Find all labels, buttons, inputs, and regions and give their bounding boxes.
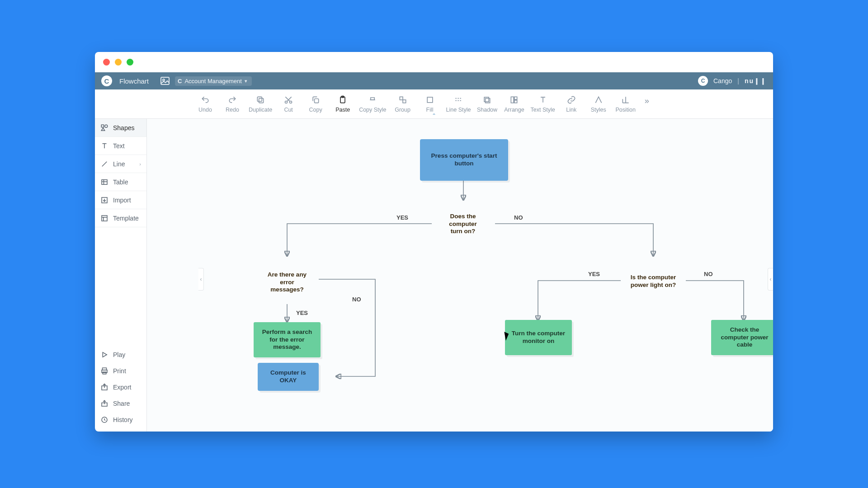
styles-button[interactable]: Styles — [588, 95, 609, 113]
toolbar: Undo Redo Duplicate Cut Copy Paste Copy … — [95, 89, 773, 119]
flow-node-error-messages[interactable]: Are there any error messages? — [259, 254, 315, 310]
chevron-right-icon: › — [139, 161, 141, 167]
toolbar-collapse-icon[interactable]: ⌃ — [432, 113, 436, 119]
sidebar-item-print[interactable]: Print — [95, 363, 146, 379]
cut-button[interactable]: Cut — [278, 95, 299, 113]
edge-label: YES — [296, 310, 308, 316]
app-logo-icon[interactable]: C — [101, 75, 112, 86]
project-selector[interactable]: C Account Management ▾ — [175, 76, 252, 86]
svg-rect-21 — [102, 216, 107, 221]
flowchart-canvas[interactable]: ‹ ‹ — [147, 119, 773, 432]
line-style-button[interactable]: Line Style — [446, 95, 471, 113]
svg-rect-16 — [514, 100, 517, 103]
sidebar-item-line[interactable]: Line › — [95, 155, 146, 173]
fill-button[interactable]: Fill — [419, 95, 441, 113]
project-name: Account Management — [184, 78, 241, 84]
edge-label: YES — [588, 271, 600, 277]
svg-rect-3 — [257, 97, 262, 101]
paste-button[interactable]: Paste — [332, 95, 354, 113]
flow-node-turn-on[interactable]: Does the computer turn on? — [438, 199, 488, 249]
sidebar: Shapes Text Line › Table Import — [95, 119, 147, 432]
svg-rect-11 — [427, 97, 433, 103]
svg-rect-14 — [511, 97, 514, 103]
svg-rect-6 — [315, 99, 319, 103]
edge-label: NO — [514, 214, 523, 221]
flow-node-monitor-on[interactable]: Turn the computer monitor on — [505, 320, 572, 355]
text-style-button[interactable]: Text Style — [530, 95, 555, 113]
svg-rect-15 — [514, 97, 517, 99]
position-button[interactable]: Position — [615, 95, 637, 113]
close-icon[interactable] — [103, 59, 110, 66]
edge-label: NO — [352, 296, 361, 303]
svg-rect-17 — [101, 125, 104, 127]
user-name: Cango — [713, 77, 732, 84]
duplicate-button[interactable]: Duplicate — [249, 95, 272, 113]
svg-rect-13 — [486, 98, 490, 103]
user-avatar-icon[interactable]: C — [698, 76, 708, 86]
sidebar-item-table[interactable]: Table — [95, 173, 146, 191]
picture-icon[interactable] — [160, 75, 170, 86]
toolbar-overflow-icon[interactable]: » — [642, 96, 649, 106]
link-button[interactable]: Link — [561, 95, 582, 113]
svg-rect-10 — [403, 100, 406, 103]
chevron-down-icon: ▾ — [245, 78, 247, 84]
app-window: C Flowchart C Account Management ▾ C Can… — [95, 52, 773, 432]
svg-rect-9 — [400, 97, 403, 100]
undo-button[interactable]: Undo — [194, 95, 216, 113]
header-bar: C Flowchart C Account Management ▾ C Can… — [95, 72, 773, 89]
sidebar-item-export[interactable]: Export — [95, 379, 146, 395]
sidebar-item-text[interactable]: Text — [95, 137, 146, 155]
svg-point-1 — [163, 79, 165, 81]
flow-node-search-error[interactable]: Perform a search for the error message. — [254, 322, 321, 357]
sidebar-item-play[interactable]: Play — [95, 347, 146, 363]
arrange-button[interactable]: Arrange — [503, 95, 525, 113]
flow-node-check-cable[interactable]: Check the computer power cable — [711, 320, 773, 355]
brand-label: nu❙❙ — [745, 77, 767, 84]
separator: | — [737, 77, 739, 84]
flow-node-power-light[interactable]: Is the computer power light on? — [625, 253, 681, 310]
mac-titlebar — [95, 52, 773, 72]
sidebar-item-share[interactable]: Share — [95, 395, 146, 412]
redo-button[interactable]: Redo — [222, 95, 243, 113]
flow-node-start[interactable]: Press computer's start button — [420, 139, 508, 181]
minimize-icon[interactable] — [115, 59, 122, 66]
app-title: Flowchart — [119, 77, 149, 85]
shadow-button[interactable]: Shadow — [476, 95, 498, 113]
group-button[interactable]: Group — [392, 95, 414, 113]
copy-style-button[interactable]: Copy Style — [359, 95, 386, 113]
sidebar-item-import[interactable]: Import — [95, 191, 146, 209]
flow-node-ok[interactable]: Computer is OKAY — [258, 363, 319, 391]
sidebar-item-history[interactable]: History — [95, 412, 146, 428]
svg-rect-2 — [259, 98, 264, 103]
copy-button[interactable]: Copy — [305, 95, 326, 113]
edge-label: YES — [396, 214, 408, 221]
sidebar-item-shapes[interactable]: Shapes — [95, 119, 146, 137]
maximize-icon[interactable] — [127, 59, 133, 66]
svg-point-18 — [105, 125, 108, 127]
sidebar-item-template[interactable]: Template — [95, 209, 146, 227]
svg-rect-12 — [485, 97, 489, 102]
edge-label: NO — [704, 271, 713, 277]
